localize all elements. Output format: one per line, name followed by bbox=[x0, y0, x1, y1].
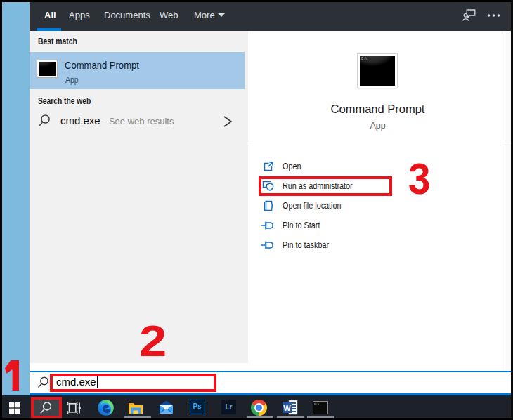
svg-text:W: W bbox=[283, 404, 291, 412]
